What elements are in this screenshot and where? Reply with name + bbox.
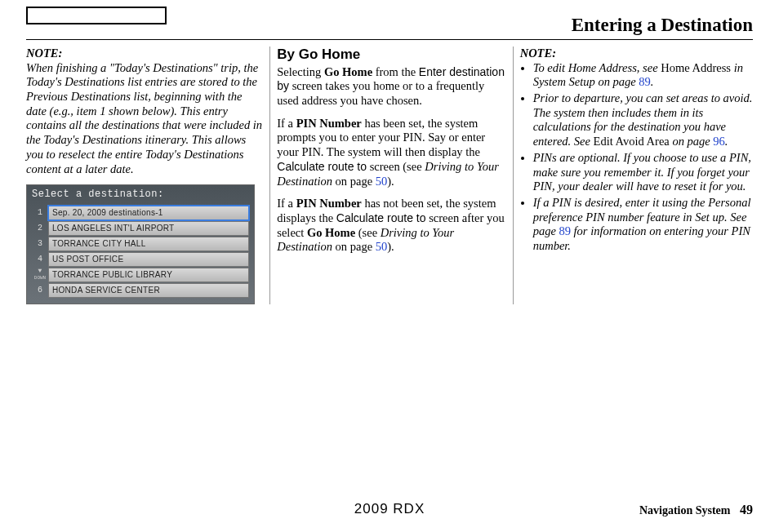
- nav-item: LOS ANGELES INT'L AIRPORT: [48, 221, 249, 236]
- nav-row-number: 6: [32, 283, 48, 298]
- note-paragraph: NOTE: When finishing a "Today's Destinat…: [26, 47, 263, 176]
- footer-section-label: Navigation System: [639, 504, 731, 516]
- paragraph: Selecting Go Home from the Enter destina…: [277, 65, 505, 109]
- nav-item: TORRANCE CITY HALL: [48, 237, 249, 251]
- nav-screenshot: Select a destination: 1 Sep. 20, 2009 de…: [26, 184, 255, 304]
- content-columns: NOTE: When finishing a "Today's Destinat…: [26, 47, 753, 304]
- nav-row: 2 LOS ANGELES INT'L AIRPORT: [32, 221, 249, 236]
- footer-page-number: 49: [740, 503, 753, 516]
- nav-row: 1 Sep. 20, 2009 destinations-1: [32, 206, 249, 220]
- page-footer: 2009 RDX Navigation System 49: [0, 501, 779, 517]
- note-item: Prior to departure, you can set areas to…: [533, 91, 753, 149]
- page-link[interactable]: 50: [376, 240, 388, 253]
- down-arrow-icon: ▼DOWN: [32, 268, 48, 282]
- nav-row: 3 TORRANCE CITY HALL: [32, 237, 249, 251]
- header-rule: [26, 39, 753, 40]
- note-item: PINs are optional. If you choose to use …: [533, 151, 753, 194]
- note-item: If a PIN is desired, enter it using the …: [533, 196, 753, 254]
- nav-row-number: 3: [32, 237, 48, 251]
- column-middle: By Go Home Selecting Go Home from the En…: [270, 47, 513, 304]
- column-left: NOTE: When finishing a "Today's Destinat…: [26, 47, 270, 304]
- footer-right: Navigation System 49: [639, 503, 753, 517]
- page-title: Entering a Destination: [572, 15, 753, 36]
- nav-screenshot-list: 1 Sep. 20, 2009 destinations-1 2 LOS ANG…: [27, 206, 254, 300]
- nav-row-number: 1: [32, 206, 48, 220]
- footer-model: 2009 RDX: [354, 501, 425, 517]
- note-item: To edit Home Address, see Home Address i…: [533, 61, 753, 90]
- paragraph: If a PIN Number has been set, the system…: [277, 117, 505, 188]
- page-link[interactable]: 89: [559, 224, 571, 237]
- column-right: NOTE: To edit Home Address, see Home Add…: [514, 47, 753, 304]
- nav-item: US POST OFFICE: [48, 252, 249, 267]
- nav-item-selected: Sep. 20, 2009 destinations-1: [48, 206, 249, 220]
- note-label: NOTE:: [26, 47, 62, 60]
- nav-item: HONDA SERVICE CENTER: [48, 283, 249, 298]
- nav-row: 6 HONDA SERVICE CENTER: [32, 283, 249, 298]
- section-heading: By Go Home: [277, 47, 505, 64]
- nav-row: ▼DOWN TORRANCE PUBLIC LIBRARY: [32, 268, 249, 282]
- page-link[interactable]: 89: [639, 75, 651, 88]
- header-blank-box: [26, 7, 167, 24]
- page-link[interactable]: 50: [376, 175, 388, 188]
- note-list: To edit Home Address, see Home Address i…: [520, 61, 753, 254]
- nav-screenshot-header: Select a destination:: [27, 185, 254, 206]
- page-link[interactable]: 96: [713, 135, 725, 148]
- nav-row: 4 US POST OFFICE: [32, 252, 249, 267]
- note-body: When finishing a "Today's Destinations" …: [26, 61, 262, 175]
- note-label: NOTE:: [520, 47, 753, 61]
- paragraph: If a PIN Number has not been set, the sy…: [277, 197, 505, 255]
- nav-row-number: 2: [32, 221, 48, 236]
- nav-item: TORRANCE PUBLIC LIBRARY: [48, 268, 249, 282]
- nav-row-number: 4: [32, 252, 48, 267]
